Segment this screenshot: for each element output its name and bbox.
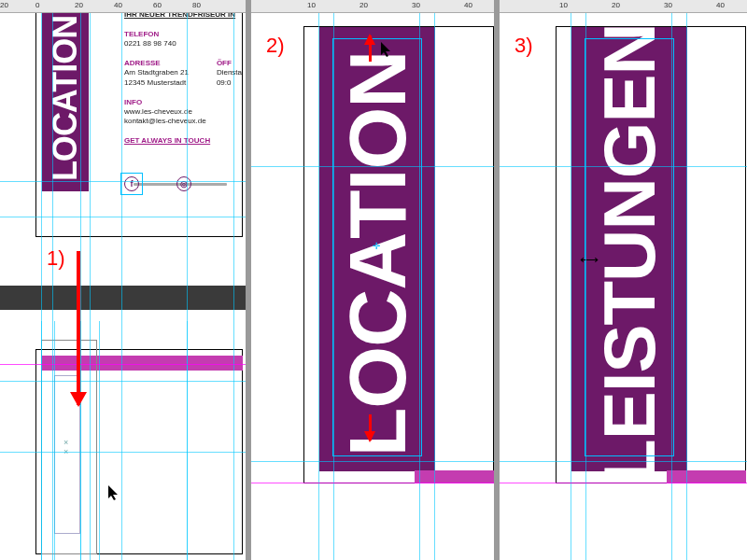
instagram-icon[interactable]: ◎ <box>176 176 191 191</box>
ruler-tick: 0 <box>35 1 39 9</box>
guide-v[interactable] <box>419 13 420 560</box>
ruler-tick: 40 <box>716 1 725 9</box>
off-line1: Diensta <box>217 68 242 77</box>
guide-v[interactable] <box>121 13 122 560</box>
guide-h[interactable] <box>0 181 246 182</box>
tagline: IHR NEUER TRENDFRISEUR IN <box>124 13 242 20</box>
dark-divider-band <box>0 286 246 310</box>
guide-v[interactable] <box>671 13 672 560</box>
panel-1: 20 0 20 40 60 80 LOCATION IHR NEUER TREN… <box>0 0 246 560</box>
adresse-header: ADRESSE <box>124 59 189 68</box>
panel-2: 10 20 30 40 LOCATION 2) ✛ <box>251 0 494 560</box>
guide-h[interactable] <box>500 166 747 167</box>
cursor-arrow-icon <box>380 41 393 62</box>
guide-v[interactable] <box>54 321 55 560</box>
text-cursor-icon: ⟷ <box>580 252 597 267</box>
guide-v[interactable] <box>41 321 42 560</box>
guide-h-magenta[interactable] <box>251 483 494 483</box>
guide-v[interactable] <box>333 13 334 560</box>
ruler-tick: 60 <box>153 1 162 9</box>
off-header: ÖFF <box>217 59 242 68</box>
guide-h[interactable] <box>0 452 246 453</box>
guide-h-magenta[interactable] <box>500 483 747 483</box>
ruler-tick: 10 <box>307 1 316 9</box>
resize-arrow-up-icon <box>369 35 372 62</box>
arrow-drag-down-icon <box>77 251 80 405</box>
info-email: kontakt@les-cheveux.de <box>124 117 242 126</box>
guide-h[interactable] <box>0 217 246 217</box>
ruler-tick: 20 <box>75 1 83 9</box>
document-page-top[interactable]: LOCATION IHR NEUER TRENDFRISEUR IN TELEF… <box>35 13 243 237</box>
info-header: INFO <box>124 98 242 107</box>
telefon-value: 0221 88 98 740 <box>124 39 242 49</box>
ruler-tick: 10 <box>559 1 568 9</box>
selected-frame[interactable] <box>585 38 674 456</box>
canvas-1[interactable]: LOCATION IHR NEUER TRENDFRISEUR IN TELEF… <box>0 13 246 560</box>
ruler-tick: 20 <box>359 1 368 9</box>
purple-strip <box>667 470 746 483</box>
guide-v[interactable] <box>52 13 53 560</box>
info-block: IHR NEUER TRENDFRISEUR IN TELEFON 0221 8… <box>124 13 242 146</box>
guide-h[interactable] <box>0 381 246 382</box>
guide-h[interactable] <box>251 166 494 167</box>
guide-v[interactable] <box>80 321 81 560</box>
ruler-tick: 40 <box>114 1 122 9</box>
guide-v[interactable] <box>233 13 234 560</box>
resize-arrow-down-icon <box>369 414 372 441</box>
guide-v[interactable] <box>571 13 571 560</box>
ruler-tick: 30 <box>664 1 672 9</box>
center-anchor-icon: ✛ <box>373 241 380 251</box>
canvas-2[interactable]: LOCATION 2) ✛ <box>251 13 494 560</box>
touch-header: GET ALWAYS IN TOUCH <box>124 136 242 146</box>
ruler-tick: 80 <box>192 1 201 9</box>
step-label-2: 2) <box>266 34 285 58</box>
overset-mark-icon: × <box>63 438 68 447</box>
ruler-tick: 30 <box>412 1 420 9</box>
guide-v[interactable] <box>187 321 188 560</box>
adresse-line2: 12345 Musterstadt <box>124 78 189 88</box>
canvas-3[interactable]: LEISTUNGEN 3) ⟷ <box>500 13 747 560</box>
ruler-tick: 20 <box>0 1 8 9</box>
guide-v[interactable] <box>686 13 687 560</box>
selection-box[interactable] <box>120 173 143 195</box>
guide-h[interactable] <box>500 461 747 462</box>
guide-v[interactable] <box>99 321 100 560</box>
guide-v[interactable] <box>585 13 586 560</box>
guide-v[interactable] <box>318 13 319 560</box>
ruler-horizontal[interactable]: 10 20 30 40 <box>251 0 494 13</box>
step-label-1: 1) <box>47 246 65 271</box>
ruler-tick: 20 <box>612 1 620 9</box>
guide-h[interactable] <box>251 461 494 462</box>
info-url: www.les-cheveux.de <box>124 107 242 117</box>
ruler-horizontal[interactable]: 10 20 30 40 <box>500 0 747 13</box>
document-page[interactable]: LOCATION <box>303 26 494 483</box>
sidebar-purple-box[interactable]: LOCATION <box>42 13 89 191</box>
ruler-horizontal[interactable]: 20 0 20 40 60 80 <box>0 0 246 13</box>
ruler-tick: 40 <box>464 1 472 9</box>
guide-v[interactable] <box>434 13 435 560</box>
telefon-header: TELEFON <box>124 30 242 39</box>
off-line2: 09:0 <box>217 78 242 88</box>
cursor-arrow-icon <box>107 484 120 505</box>
adresse-line1: Am Stadtgraben 21 <box>124 68 189 77</box>
purple-strip <box>415 470 494 483</box>
guide-h-magenta[interactable] <box>0 364 246 365</box>
guide-v[interactable] <box>90 13 91 560</box>
step-label-3: 3) <box>514 34 533 58</box>
panel-3: 10 20 30 40 LEISTUNGEN 3) ⟷ <box>500 0 747 560</box>
